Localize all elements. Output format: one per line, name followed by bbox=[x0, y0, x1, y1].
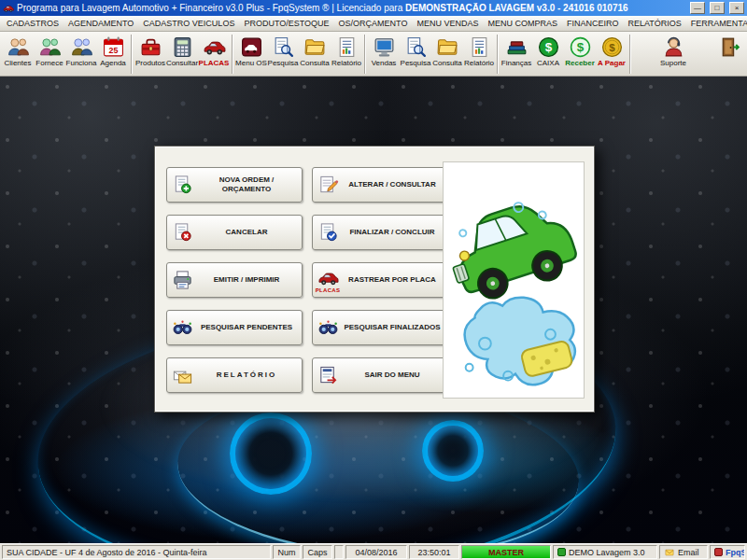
toolbar: Clientes Fornece Funciona Agenda Produto… bbox=[0, 32, 747, 77]
cash-icon bbox=[537, 35, 560, 59]
status-date: 04/08/2016 bbox=[345, 545, 407, 559]
window-title-text: Programa para Lavagem Automotivo + Finan… bbox=[17, 3, 402, 13]
maximize-button[interactable]: □ bbox=[710, 2, 725, 14]
finalize-button[interactable]: FINALIZAR / CONCLUIR bbox=[312, 215, 448, 250]
menu-agendamento[interactable]: AGENDAMENTO bbox=[63, 17, 138, 30]
toolbar-label: Finanças bbox=[501, 60, 531, 68]
toolbar-vendas[interactable]: Vendas bbox=[368, 34, 400, 69]
status-time-text: 23:50:01 bbox=[417, 548, 450, 557]
print-button[interactable]: EMITIR / IMPRIMIR bbox=[166, 262, 303, 298]
status-date-text: 04/08/2016 bbox=[355, 548, 397, 557]
folder-icon bbox=[303, 35, 327, 59]
search-document-icon bbox=[404, 35, 428, 59]
toolbar-suporte[interactable]: Suporte bbox=[657, 34, 689, 69]
toolbar-label: Fornece bbox=[35, 60, 63, 68]
button-label: ALTERAR / CONSULTAR bbox=[348, 180, 435, 189]
button-label: PESQUISAR FINALIZADOS bbox=[344, 323, 440, 332]
toolbar-menu-os[interactable]: Menu OS bbox=[235, 34, 267, 69]
toolbar-separator bbox=[131, 35, 133, 74]
menu-relatorios[interactable]: RELATÓRIOS bbox=[623, 17, 685, 30]
search-pending-button[interactable]: PESQUISAR PENDENTES bbox=[166, 310, 303, 345]
toolbar-label: Pesquisa bbox=[268, 60, 299, 68]
toolbar-separator bbox=[232, 35, 233, 74]
menu-cadastros[interactable]: CADASTROS bbox=[2, 17, 63, 30]
exit-menu-icon bbox=[316, 365, 340, 386]
app-window: Programa para Lavagem Automotivo + Finan… bbox=[0, 0, 747, 560]
toolbar-label: Menu OS bbox=[235, 60, 267, 68]
sales-monitor-icon bbox=[373, 35, 396, 59]
numlock-label: Num bbox=[277, 548, 295, 557]
license-plate-car-icon: PLACAS bbox=[316, 268, 340, 293]
toolbar-financas[interactable]: Finanças bbox=[500, 34, 532, 69]
brand-mini-icon bbox=[714, 548, 723, 556]
clients-icon bbox=[7, 35, 30, 59]
report-button[interactable]: RELATÓRIO bbox=[166, 357, 303, 393]
toolbar-label: Relatório bbox=[464, 60, 494, 68]
toolbar-label: Clientes bbox=[5, 60, 32, 68]
cancel-icon bbox=[170, 222, 194, 244]
status-blank bbox=[334, 545, 344, 559]
menu-financeiro[interactable]: FINANCEIRO bbox=[562, 17, 624, 30]
toolbar-agenda[interactable]: Agenda bbox=[97, 34, 129, 69]
menu-ferramentas[interactable]: FERRAMENTAS bbox=[686, 17, 747, 30]
status-email-text: Email bbox=[678, 548, 699, 557]
toolbar-vendas-relatorio[interactable]: Relatório bbox=[463, 34, 495, 69]
toolbar-consultar[interactable]: Consultar bbox=[166, 34, 198, 69]
toolbar-clientes[interactable]: Clientes bbox=[2, 34, 34, 69]
toolbar-os-consulta[interactable]: Consulta bbox=[299, 34, 331, 69]
support-icon bbox=[662, 35, 685, 59]
toolbar-label: Consultar bbox=[166, 60, 198, 68]
button-label: EMITIR / IMPRIMIR bbox=[214, 275, 280, 285]
menu-cadastro-veiculos[interactable]: CADASTRO VEICULOS bbox=[138, 17, 239, 30]
toolbar-funcionarios[interactable]: Funciona bbox=[65, 34, 97, 69]
toolbar-receber[interactable]: Receber bbox=[564, 34, 596, 69]
toolbar-separator bbox=[497, 35, 499, 74]
button-label: PESQUISAR PENDENTES bbox=[201, 323, 292, 332]
toolbar-label: CAIXA bbox=[537, 60, 559, 68]
menu-vendas[interactable]: MENU VENDAS bbox=[412, 17, 483, 30]
button-label: CANCELAR bbox=[226, 228, 268, 237]
toolbar-placas[interactable]: PLACAS bbox=[198, 34, 230, 69]
status-user-text: MASTER bbox=[488, 548, 524, 557]
new-order-button[interactable]: NOVA ORDEM / ORÇAMENTO bbox=[166, 167, 303, 203]
finalize-check-icon bbox=[316, 222, 340, 244]
desktop-wallpaper: NOVA ORDEM / ORÇAMENTO ALTERAR / CONSULT… bbox=[0, 77, 747, 543]
app-icon bbox=[3, 3, 14, 14]
folder-icon bbox=[436, 35, 459, 59]
toolbar-os-relatorio[interactable]: Relatório bbox=[331, 34, 362, 69]
report-icon bbox=[468, 35, 491, 59]
toolbar-fornecedores[interactable]: Fornece bbox=[34, 34, 65, 69]
status-location-text: SUA CIDADE - UF 4 de Agosto de 2016 - Qu… bbox=[7, 548, 207, 557]
binoculars-icon bbox=[170, 317, 194, 339]
printer-icon bbox=[170, 270, 194, 291]
toolbar-produtos[interactable]: Produtos bbox=[134, 34, 166, 69]
toolbar-label: Consulta bbox=[300, 60, 330, 68]
menu-compras[interactable]: MENU COMPRAS bbox=[483, 17, 562, 30]
button-label: FINALIZAR / CONCLUIR bbox=[349, 228, 434, 237]
status-time: 23:50:01 bbox=[409, 545, 459, 559]
car-wash-illustration bbox=[443, 161, 585, 399]
toolbar-label: A Pagar bbox=[598, 60, 626, 68]
track-by-plate-button[interactable]: PLACAS RASTREAR POR PLACA bbox=[312, 262, 448, 298]
toolbar-label: Suporte bbox=[660, 60, 686, 68]
status-brand: FpqSystem bbox=[710, 545, 745, 559]
toolbar-vendas-consulta[interactable]: Consulta bbox=[431, 34, 463, 69]
menu-os-orcamento[interactable]: OS/ORÇAMENTO bbox=[334, 17, 413, 30]
menubar: CADASTROS AGENDAMENTO CADASTRO VEICULOS … bbox=[0, 16, 747, 32]
toolbar-sair[interactable] bbox=[713, 34, 745, 61]
minimize-button[interactable]: — bbox=[690, 2, 705, 14]
cancel-button[interactable]: CANCELAR bbox=[166, 215, 303, 250]
close-button[interactable]: × bbox=[729, 2, 744, 14]
toolbar-caixa[interactable]: CAIXA bbox=[532, 34, 564, 69]
edit-consult-button[interactable]: ALTERAR / CONSULTAR bbox=[312, 167, 448, 203]
menu-produto-estoque[interactable]: PRODUTO/ESTOQUE bbox=[239, 17, 333, 30]
plate-caption: PLACAS bbox=[316, 287, 340, 293]
exit-menu-button[interactable]: SAIR DO MENU bbox=[312, 357, 448, 393]
search-finalized-button[interactable]: PESQUISAR FINALIZADOS bbox=[312, 310, 448, 345]
status-brand-text: FpqSystem bbox=[726, 548, 745, 557]
toolbar-a-pagar[interactable]: A Pagar bbox=[596, 34, 627, 69]
toolbar-vendas-pesquisa[interactable]: Pesquisa bbox=[400, 34, 431, 69]
status-app-text: DEMO Lavagem 3.0 bbox=[569, 548, 645, 557]
capslock-label: Caps bbox=[307, 548, 327, 557]
toolbar-os-pesquisa[interactable]: Pesquisa bbox=[267, 34, 299, 69]
